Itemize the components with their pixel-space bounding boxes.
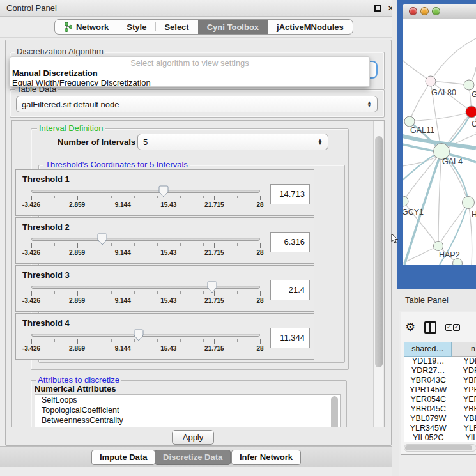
threshold-slider-thumb[interactable]	[134, 329, 144, 341]
attributes-list-scrollbar[interactable]	[331, 396, 339, 427]
table-row[interactable]: YDL19…YDL1	[404, 357, 476, 366]
network-node[interactable]	[463, 197, 475, 209]
network-node[interactable]	[466, 106, 476, 118]
scrollbar-thumb[interactable]	[375, 136, 383, 367]
bottom-tab-infer-network[interactable]: Infer Network	[231, 450, 301, 465]
minor-tick	[226, 339, 226, 342]
table-data-combobox[interactable]: galFiltered.sif default node ▲▼	[16, 96, 378, 112]
minimize-light[interactable]	[420, 7, 429, 15]
minor-tick	[180, 196, 181, 198]
attribute-list-item[interactable]: TopologicalCoefficient	[35, 405, 340, 415]
table-row[interactable]: YBR043CYBR0	[404, 376, 476, 385]
tick-label: 21.715	[196, 297, 232, 304]
threshold-value-field[interactable]: 14.713	[270, 184, 310, 204]
major-tick	[31, 243, 32, 248]
threshold-slider-track[interactable]	[31, 286, 260, 289]
major-tick	[123, 339, 123, 344]
threshold-slider-thumb[interactable]	[97, 233, 107, 245]
minor-tick	[89, 291, 89, 294]
minor-tick	[180, 243, 181, 246]
network-edge-highlighted[interactable]	[403, 152, 440, 180]
table-row[interactable]: YDR27…YDR2	[404, 366, 476, 376]
minor-tick	[146, 243, 146, 246]
minor-tick	[89, 243, 89, 246]
minor-tick	[146, 339, 146, 342]
network-edge[interactable]	[431, 38, 476, 81]
network-node[interactable]	[434, 242, 443, 251]
bottom-tab-discretize-data[interactable]: Discretize Data	[155, 450, 231, 465]
dropdown-option-manual[interactable]: Manual Discretization	[10, 68, 369, 78]
table-data-value: galFiltered.sif default node	[22, 100, 119, 109]
threshold-slider-thumb[interactable]	[158, 185, 169, 197]
select-columns-icon[interactable]: ✓ ✓	[445, 324, 460, 331]
table-row[interactable]: YBL079WYBL0	[404, 414, 476, 424]
threshold-value-field[interactable]: 6.316	[270, 232, 310, 252]
major-tick	[123, 196, 123, 200]
tab-select[interactable]: Select	[155, 20, 197, 34]
network-node[interactable]	[464, 80, 474, 90]
threshold-slider-thumb[interactable]	[207, 281, 217, 293]
major-tick	[169, 196, 169, 200]
float-panel-icon[interactable]	[374, 4, 383, 13]
cell-name: YDR2	[452, 366, 476, 376]
zoom-light[interactable]	[432, 7, 440, 15]
tick-label: 21.715	[196, 249, 232, 256]
apply-button[interactable]: Apply	[172, 430, 214, 445]
minor-tick	[249, 339, 249, 342]
network-node-label: GAL11	[410, 126, 434, 135]
settings-vertical-scrollbar[interactable]	[373, 121, 383, 427]
attribute-list-item[interactable]: BetweennessCentrality	[35, 415, 340, 426]
tab-network[interactable]: Network	[55, 20, 118, 34]
minor-tick	[111, 196, 112, 198]
column-header-name[interactable]: n	[452, 342, 476, 357]
table-horizontal-scrollbar[interactable]	[404, 444, 476, 452]
threshold-value-field[interactable]: 21.4	[270, 280, 310, 300]
numerical-attributes-label: Numerical Attributes	[35, 384, 116, 394]
minor-tick	[203, 339, 204, 342]
close-light[interactable]	[409, 7, 417, 15]
table-row[interactable]: YIL052CYIL0	[404, 433, 476, 442]
major-tick	[31, 339, 32, 344]
minor-tick	[54, 291, 55, 294]
split-view-icon[interactable]	[424, 321, 436, 334]
network-edge[interactable]	[410, 81, 431, 121]
network-edge[interactable]	[410, 112, 472, 121]
table-row[interactable]: YPR145WYPR1	[404, 385, 476, 395]
cell-shared-name: YER054C	[404, 395, 452, 404]
combo-spinner-icon: ▲▼	[367, 101, 372, 107]
dropdown-option-equal-width[interactable]: Equal Width/Frequency Discretization	[10, 78, 369, 87]
gear-icon[interactable]: ⚙	[405, 321, 415, 333]
minor-tick	[226, 243, 226, 246]
threshold-slider-track[interactable]	[31, 190, 260, 193]
tab-jactivemnodules[interactable]: jActiveMNodules	[268, 20, 353, 34]
threshold-value-field[interactable]: 11.344	[270, 328, 310, 348]
tab-style[interactable]: Style	[118, 20, 155, 34]
network-edge[interactable]	[431, 81, 469, 85]
minor-tick	[89, 339, 89, 342]
network-node[interactable]	[403, 196, 408, 206]
bottom-tab-impute-data[interactable]: Impute Data	[91, 450, 155, 465]
network-node[interactable]	[404, 116, 415, 127]
table-row[interactable]: YBR045CYBR0	[404, 404, 476, 414]
threshold-slider-track[interactable]	[31, 334, 260, 337]
column-header-shared-name[interactable]: shared…	[404, 342, 452, 357]
table-rows: YDL19…YDL1YDR27…YDR2YBR043CYBR0YPR145WYP…	[404, 357, 476, 442]
table-row[interactable]: YLR345WYLR3	[404, 424, 476, 433]
tab-cyni-toolbox[interactable]: Cyni Toolbox	[198, 20, 268, 34]
numerical-attributes-list[interactable]: SelfLoopsTopologicalCoefficientBetweenne…	[35, 394, 341, 427]
threshold-title: Threshold 4	[22, 318, 70, 328]
discretization-algorithm-label: Discretization Algorithm	[15, 47, 105, 56]
network-edge[interactable]	[438, 151, 441, 246]
number-of-intervals-spinner[interactable]: 5 ▲▼	[137, 134, 328, 150]
network-canvas[interactable]: GAL80GACGAL11GAL4GCY1HHAP2	[403, 19, 476, 265]
table-row[interactable]: YER054CYER0	[404, 395, 476, 404]
network-node[interactable]	[426, 76, 436, 86]
scrollbar-thumb[interactable]	[331, 396, 338, 427]
minor-tick	[237, 243, 238, 246]
threshold-slider-track[interactable]	[31, 238, 260, 241]
attribute-list-item[interactable]: SelfLoops	[35, 395, 340, 405]
major-tick	[77, 243, 78, 248]
table-panel: ⚙ ✓ ✓ shared… n YDL19…YDL1YDR27…YDR2YBR0…	[401, 312, 476, 455]
scrollbar-thumb[interactable]	[405, 445, 472, 450]
network-edge[interactable]	[403, 151, 441, 201]
